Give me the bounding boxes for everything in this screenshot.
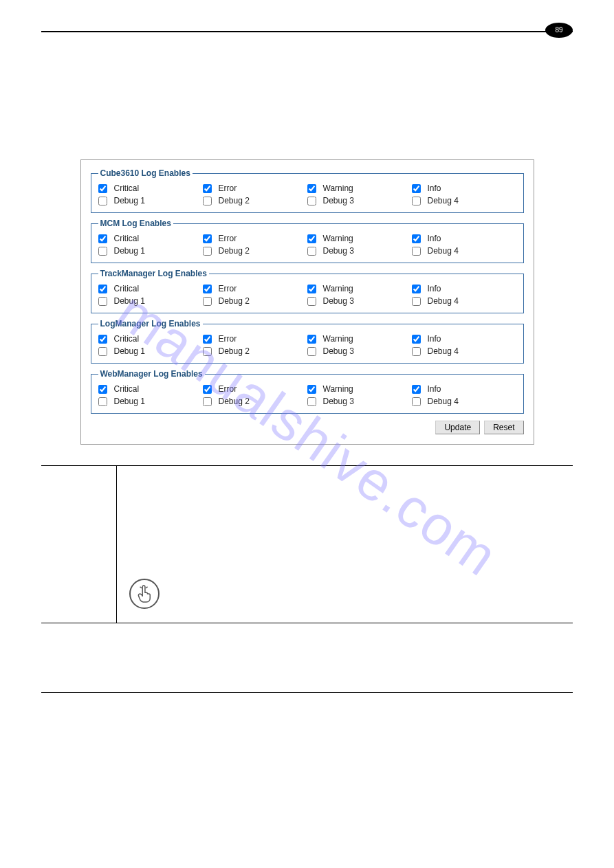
checkbox-label: Debug 2	[219, 296, 250, 306]
checkbox-label: Debug 1	[114, 196, 145, 205]
checkbox-cell: Debug 4	[412, 345, 516, 357]
log-checkbox[interactable]	[203, 234, 212, 243]
checkbox-row: Debug 1Debug 2Debug 3Debug 4	[98, 194, 516, 207]
log-checkbox[interactable]	[98, 184, 107, 193]
update-button[interactable]: Update	[435, 421, 480, 434]
log-checkbox[interactable]	[412, 297, 421, 306]
checkbox-label: Error	[219, 234, 237, 243]
reset-button[interactable]: Reset	[484, 421, 523, 434]
log-checkbox[interactable]	[412, 347, 421, 356]
checkbox-cell: Debug 1	[98, 395, 203, 408]
log-group: LogManager Log EnablesCriticalErrorWarni…	[91, 319, 524, 364]
log-checkbox[interactable]	[203, 247, 212, 256]
checkbox-cell: Error	[203, 333, 307, 345]
checkbox-label: Critical	[114, 284, 140, 293]
log-checkbox[interactable]	[307, 247, 316, 256]
button-row: UpdateReset	[91, 421, 524, 434]
log-checkbox[interactable]	[307, 197, 316, 205]
log-checkbox[interactable]	[412, 184, 421, 193]
page-number-badge: 89	[545, 23, 573, 38]
checkbox-label: Debug 4	[428, 296, 459, 306]
log-checkbox[interactable]	[203, 335, 212, 344]
header-rule	[41, 31, 573, 32]
checkbox-row: CriticalErrorWarningInfo	[98, 182, 516, 194]
log-checkbox[interactable]	[307, 385, 316, 394]
checkbox-row: Debug 1Debug 2Debug 3Debug 4	[98, 395, 516, 408]
icon-note-text: Click Update to save changes.	[168, 588, 279, 601]
log-checkbox[interactable]	[307, 234, 316, 243]
log-checkbox[interactable]	[307, 184, 316, 193]
log-checkbox[interactable]	[203, 397, 212, 406]
checkbox-cell: Error	[203, 383, 307, 395]
table-subhead: Update/Reset	[129, 534, 567, 547]
log-checkbox[interactable]	[307, 335, 316, 344]
log-checkbox[interactable]	[307, 347, 316, 356]
checkbox-row: Debug 1Debug 2Debug 3Debug 4	[98, 245, 516, 257]
checkbox-label: Error	[219, 284, 237, 293]
checkbox-label: Debug 3	[323, 397, 354, 406]
log-checkbox[interactable]	[203, 184, 212, 193]
log-checkbox[interactable]	[203, 297, 212, 306]
log-checkbox[interactable]	[412, 247, 421, 256]
checkbox-label: Debug 1	[114, 397, 145, 406]
log-checkbox[interactable]	[203, 197, 212, 205]
log-checkbox[interactable]	[203, 385, 212, 394]
table-right-content: Each section provides checkboxes to enab…	[117, 466, 573, 623]
log-checkbox[interactable]	[98, 335, 107, 344]
page-header: Section 3: Software Configuration 89	[41, 31, 573, 32]
checkbox-label: Debug 1	[114, 346, 145, 356]
log-checkbox[interactable]	[203, 285, 212, 293]
checkbox-cell: Debug 3	[307, 194, 412, 207]
checkbox-cell: Debug 4	[412, 295, 516, 307]
table-paragraph-2: After checking or unchecking the log ena…	[129, 547, 567, 573]
log-checkbox[interactable]	[412, 234, 421, 243]
section-breadcrumb: Logging > Log Enables	[48, 98, 614, 109]
checkbox-label: Debug 4	[428, 397, 459, 406]
log-checkbox[interactable]	[412, 335, 421, 344]
checkbox-cell: Warning	[307, 232, 412, 245]
log-checkbox[interactable]	[98, 347, 107, 356]
log-checkbox[interactable]	[307, 297, 316, 306]
log-checkbox[interactable]	[412, 285, 421, 293]
log-checkbox[interactable]	[98, 234, 107, 243]
checkbox-cell: Debug 4	[412, 194, 516, 207]
checkbox-cell: Debug 4	[412, 395, 516, 408]
checkbox-label: Debug 2	[219, 397, 250, 406]
checkbox-cell: Info	[412, 383, 516, 395]
log-checkbox[interactable]	[203, 347, 212, 356]
checkbox-label: Error	[219, 334, 237, 344]
checkbox-row: CriticalErrorWarningInfo	[98, 383, 516, 395]
checkbox-cell: Debug 2	[203, 345, 307, 357]
checkbox-label: Info	[428, 334, 441, 344]
footer-right: 427-0064-00-28 Rev 130	[504, 697, 573, 704]
checkbox-cell: Critical	[98, 333, 203, 345]
checkbox-label: Debug 1	[114, 296, 145, 306]
log-checkbox[interactable]	[307, 397, 316, 406]
log-group: MCM Log EnablesCriticalErrorWarningInfoD…	[91, 219, 524, 263]
log-checkbox[interactable]	[307, 285, 316, 293]
checkbox-row: Debug 1Debug 2Debug 3Debug 4	[98, 295, 516, 307]
log-checkbox[interactable]	[98, 197, 107, 205]
checkbox-label: Warning	[323, 183, 353, 193]
checkbox-label: Info	[428, 234, 441, 243]
checkbox-label: Debug 3	[323, 196, 354, 205]
log-checkbox[interactable]	[98, 297, 107, 306]
checkbox-label: Info	[428, 284, 441, 293]
checkbox-cell: Critical	[98, 232, 203, 245]
log-group: Cube3610 Log EnablesCriticalErrorWarning…	[91, 168, 524, 213]
checkbox-label: Debug 4	[428, 346, 459, 356]
log-checkbox[interactable]	[98, 247, 107, 256]
log-checkbox[interactable]	[98, 397, 107, 406]
checkbox-cell: Debug 4	[412, 245, 516, 257]
log-checkbox[interactable]	[98, 385, 107, 394]
log-checkbox[interactable]	[412, 197, 421, 205]
checkbox-cell: Debug 3	[307, 395, 412, 408]
pointer-icon	[129, 579, 160, 609]
checkbox-label: Debug 4	[428, 196, 459, 205]
log-checkbox[interactable]	[412, 385, 421, 394]
checkbox-label: Debug 4	[428, 246, 459, 256]
log-checkbox[interactable]	[412, 397, 421, 406]
log-checkbox[interactable]	[98, 285, 107, 293]
log-group: TrackManager Log EnablesCriticalErrorWar…	[91, 269, 524, 313]
checkbox-cell: Debug 3	[307, 245, 412, 257]
